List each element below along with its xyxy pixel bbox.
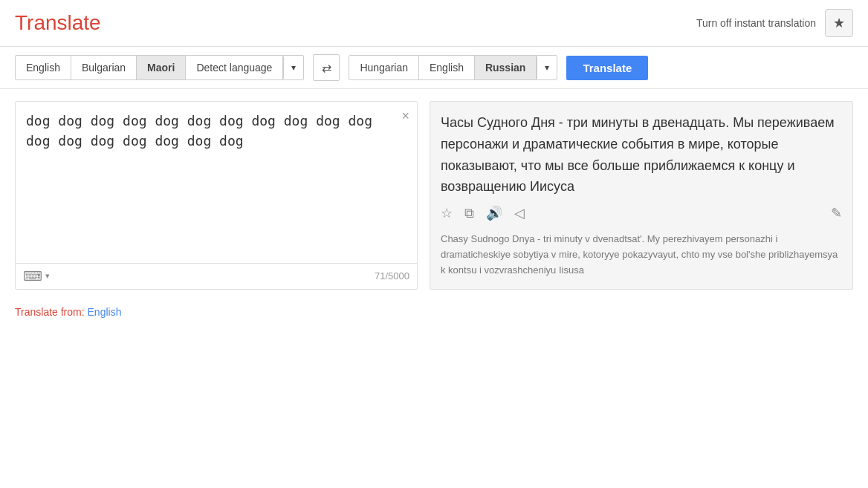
star-icon: ★ [833, 15, 845, 31]
romanized-text: Chasy Sudnogo Dnya - tri minuty v dvenad… [441, 232, 842, 278]
target-dropdown-icon: ▾ [545, 62, 549, 73]
copy-button[interactable]: ⧉ [464, 206, 474, 221]
output-actions-left: ☆ ⧉ 🔊 ◁ [441, 205, 525, 221]
translation-text: Часы Судного Дня - три минуты в двенадца… [441, 112, 842, 198]
translate-from-lang[interactable]: English [88, 306, 122, 318]
source-lang-maori[interactable]: Maori [137, 56, 186, 79]
target-lang-dropdown[interactable]: ▾ [537, 56, 557, 79]
target-lang-hungarian[interactable]: Hungarian [349, 56, 419, 79]
source-lang-group: English Bulgarian Maori Detect language … [15, 55, 304, 80]
keyboard-dropdown-icon[interactable]: ▾ [45, 271, 50, 281]
favorite-button[interactable]: ☆ [441, 205, 453, 221]
volume-button[interactable]: 🔊 [486, 205, 502, 221]
header-right: Turn off instant translation ★ [696, 9, 853, 37]
header: Translate Turn off instant translation ★ [0, 0, 868, 47]
char-count: 71/5000 [375, 270, 409, 282]
app-title: Translate [15, 11, 101, 35]
input-footer: ⌨ ▾ 71/5000 [16, 263, 417, 289]
toolbar: English Bulgarian Maori Detect language … [0, 47, 868, 89]
source-input[interactable]: dog dog dog dog dog dog dog dog dog dog … [16, 102, 417, 263]
source-lang-bulgarian[interactable]: Bulgarian [71, 56, 137, 79]
source-lang-detect[interactable]: Detect language [186, 56, 283, 79]
detect-label: Detect language [196, 62, 272, 74]
main-content: dog dog dog dog dog dog dog dog dog dog … [0, 89, 868, 302]
output-panel: Часы Судного Дня - три минуты в двенадца… [430, 101, 853, 290]
keyboard-area: ⌨ ▾ [23, 268, 50, 284]
share-button[interactable]: ◁ [514, 205, 525, 221]
swap-button[interactable]: ⇄ [313, 54, 340, 81]
source-lang-dropdown[interactable]: ▾ [283, 56, 303, 79]
star-button[interactable]: ★ [825, 9, 853, 37]
translate-from-label: Translate from: [15, 306, 85, 318]
source-lang-english[interactable]: English [16, 56, 71, 79]
swap-icon: ⇄ [322, 61, 331, 75]
output-actions: ☆ ⧉ 🔊 ◁ ✎ [441, 205, 842, 221]
target-lang-group: Hungarian English Russian ▾ [349, 55, 557, 80]
source-dropdown-icon: ▾ [291, 62, 296, 73]
translate-from: Translate from: English [0, 302, 868, 322]
target-lang-russian[interactable]: Russian [475, 56, 537, 79]
target-lang-english[interactable]: English [419, 56, 475, 79]
translate-button[interactable]: Translate [566, 56, 648, 80]
instant-translation-text: Turn off instant translation [696, 17, 816, 29]
clear-button[interactable]: × [401, 109, 409, 123]
edit-button[interactable]: ✎ [831, 205, 842, 221]
keyboard-icon[interactable]: ⌨ [23, 268, 42, 284]
input-panel: dog dog dog dog dog dog dog dog dog dog … [15, 101, 418, 290]
